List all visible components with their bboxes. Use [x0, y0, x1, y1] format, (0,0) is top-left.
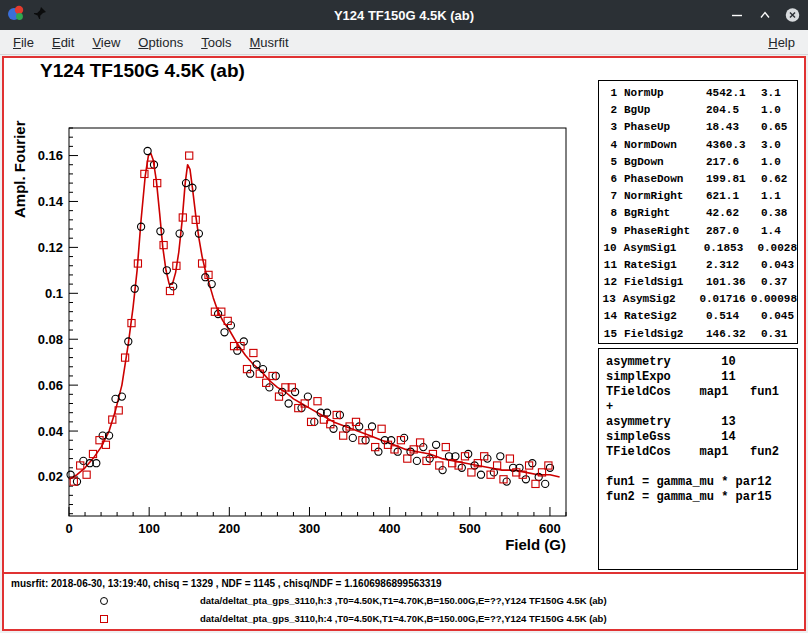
- param-row: 6PhaseDown199.810.62: [599, 171, 797, 188]
- param-name: AsymSig1: [624, 240, 704, 257]
- param-index: 1: [599, 85, 617, 102]
- param-name: BgRight: [624, 205, 706, 222]
- param-error: 3.1: [761, 85, 797, 102]
- param-index: 5: [599, 154, 617, 171]
- param-value: 204.5: [706, 102, 761, 119]
- svg-text:0.1: 0.1: [45, 286, 63, 301]
- menu-item-view[interactable]: View: [83, 32, 129, 53]
- param-row: 14RateSig20.5140.045: [599, 308, 797, 325]
- open-circle-marker-icon: [100, 597, 108, 605]
- param-name: BgDown: [624, 154, 706, 171]
- param-name: PhaseDown: [624, 171, 706, 188]
- open-square-marker-icon: [100, 615, 108, 623]
- param-index: 4: [599, 137, 617, 154]
- param-value: 4360.3: [706, 137, 761, 154]
- param-value: 287.0: [706, 223, 761, 240]
- param-error: 0.65: [761, 119, 797, 136]
- param-row: 5BgDown217.61.0: [599, 154, 797, 171]
- param-error: 1.0: [761, 102, 797, 119]
- svg-text:0.06: 0.06: [38, 378, 63, 393]
- param-value: 621.1: [706, 188, 761, 205]
- parameter-stats-box[interactable]: 1NormUp4542.13.12BgUp204.51.03PhaseUp18.…: [598, 80, 798, 344]
- fit-curve: [69, 153, 560, 479]
- root-canvas[interactable]: Y124 TF150G 4.5K (ab) 010020030040050060…: [2, 56, 806, 631]
- param-value: 2.312: [706, 257, 761, 274]
- menu-left: FileEditViewOptionsToolsMusrfit: [0, 32, 298, 53]
- theory-line: asymmetry 10: [606, 355, 790, 370]
- titlebar[interactable]: Y124 TF150G 4.5K (ab): [0, 0, 808, 30]
- fourier-plot[interactable]: 01002003004005006000.020.040.060.080.10.…: [4, 58, 604, 568]
- param-name: PhaseRight: [624, 223, 706, 240]
- svg-text:300: 300: [299, 521, 321, 536]
- x-axis-labels: 0100200300400500600: [65, 521, 560, 536]
- param-value: 0.01716: [699, 291, 750, 308]
- legend-label: data/deltat_pta_gps_3110,h:4 ,T0=4.50K,T…: [200, 613, 607, 624]
- param-row: 9PhaseRight287.01.4: [599, 223, 797, 240]
- menu-item-musrfit[interactable]: Musrfit: [241, 32, 298, 53]
- param-rows: 1NormUp4542.13.12BgUp204.51.03PhaseUp18.…: [599, 85, 797, 343]
- x-axis-title: Field (G): [505, 536, 566, 553]
- svg-text:0.04: 0.04: [38, 424, 64, 439]
- x-axis-ticks: [69, 507, 566, 516]
- param-value: 0.1853: [704, 240, 758, 257]
- param-index: 11: [599, 257, 617, 274]
- fit-info-text: musrfit: 2018-06-30, 13:19:40, chisq = 1…: [11, 578, 442, 589]
- svg-text:0.12: 0.12: [38, 240, 63, 255]
- param-error: 1.4: [761, 223, 797, 240]
- menu-item-file[interactable]: File: [4, 32, 43, 53]
- param-value: 18.43: [706, 119, 761, 136]
- param-value: 146.32: [706, 326, 761, 343]
- theory-line: TFieldCos map1 fun1: [606, 385, 790, 400]
- param-error: 0.31: [761, 326, 797, 343]
- maximize-button[interactable]: [757, 8, 772, 23]
- param-error: 1.1: [761, 188, 797, 205]
- param-index: 6: [599, 171, 617, 188]
- svg-text:0.14: 0.14: [38, 194, 64, 209]
- close-button[interactable]: [785, 8, 800, 23]
- param-row: 13AsymSig20.017160.00098: [599, 291, 797, 308]
- param-index: 9: [599, 223, 617, 240]
- svg-text:0: 0: [65, 521, 72, 536]
- param-name: NormRight: [624, 188, 706, 205]
- param-error: 0.62: [761, 171, 797, 188]
- menu-item-options[interactable]: Options: [129, 32, 192, 53]
- menu-right: Help: [759, 30, 804, 54]
- theory-line: fun2 = gamma_mu * par15: [606, 490, 790, 505]
- menu-item-help[interactable]: Help: [759, 32, 804, 53]
- param-row: 12FieldSig1101.360.37: [599, 274, 797, 291]
- theory-line: +: [606, 400, 790, 415]
- y-axis-labels: 0.020.040.060.080.10.120.140.16: [38, 148, 64, 484]
- param-index: 3: [599, 119, 617, 136]
- param-row: 10AsymSig10.18530.0028: [599, 240, 797, 257]
- theory-box[interactable]: asymmetry 10simplExpo 11TFieldCos map1 f…: [598, 348, 798, 570]
- theory-line: TFieldCos map1 fun2: [606, 445, 790, 460]
- theory-line: asymmetry 13: [606, 415, 790, 430]
- param-index: 12: [599, 274, 617, 291]
- theory-line: simpleGss 14: [606, 430, 790, 445]
- param-name: NormUp: [624, 85, 706, 102]
- param-index: 13: [599, 291, 616, 308]
- param-value: 4542.1: [706, 85, 761, 102]
- param-row: 7NormRight621.11.1: [599, 188, 797, 205]
- param-name: PhaseUp: [624, 119, 706, 136]
- param-row: 2BgUp204.51.0: [599, 102, 797, 119]
- param-value: 0.514: [706, 308, 761, 325]
- pad-divider: [2, 572, 806, 574]
- minimize-button[interactable]: [729, 8, 744, 23]
- param-value: 217.6: [706, 154, 761, 171]
- param-index: 15: [599, 326, 617, 343]
- theory-line: fun1 = gamma_mu * par12: [606, 475, 790, 490]
- param-index: 8: [599, 205, 617, 222]
- svg-text:500: 500: [459, 521, 481, 536]
- legend-row: data/deltat_pta_gps_3110,h:4 ,T0=4.50K,T…: [4, 611, 804, 629]
- y-axis-ticks: [69, 128, 78, 514]
- svg-text:600: 600: [539, 521, 561, 536]
- param-name: RateSig1: [624, 257, 706, 274]
- menu-item-tools[interactable]: Tools: [192, 32, 240, 53]
- svg-text:0.08: 0.08: [38, 332, 63, 347]
- param-index: 7: [599, 188, 617, 205]
- menu-item-edit[interactable]: Edit: [43, 32, 83, 53]
- svg-text:400: 400: [379, 521, 401, 536]
- svg-text:0.02: 0.02: [38, 469, 63, 484]
- theory-line: simplExpo 11: [606, 370, 790, 385]
